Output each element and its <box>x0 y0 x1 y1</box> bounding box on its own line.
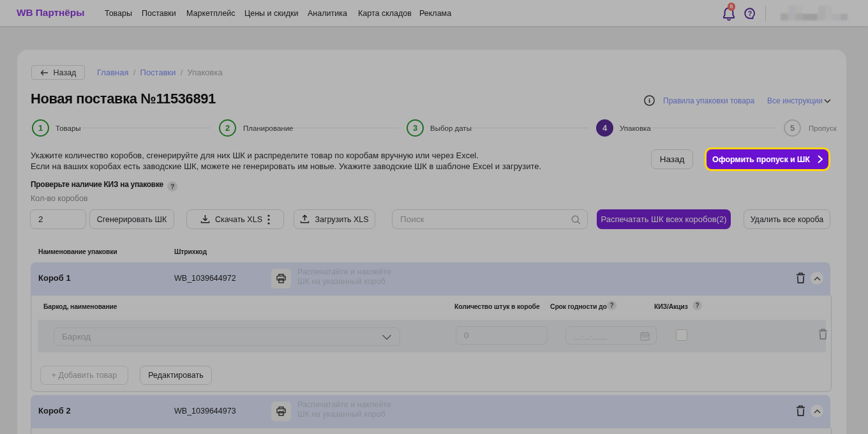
svg-text:i: i <box>648 96 650 104</box>
svg-text:?: ? <box>748 10 752 17</box>
